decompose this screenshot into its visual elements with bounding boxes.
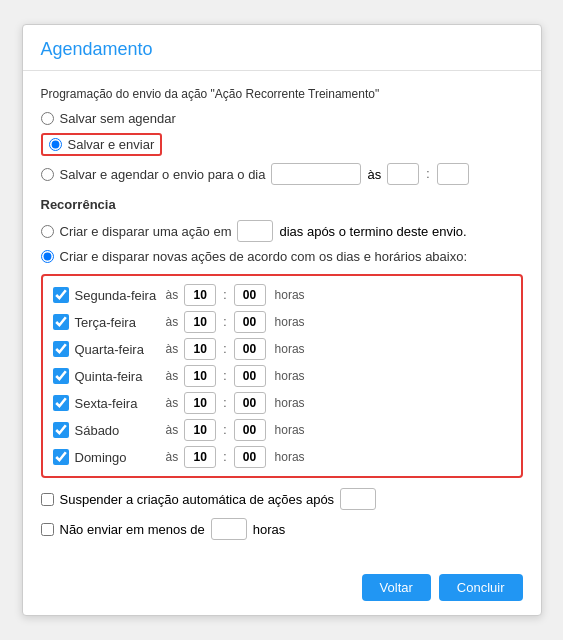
colon-qua: : — [223, 342, 226, 356]
back-button[interactable]: Voltar — [362, 574, 431, 601]
confirm-button[interactable]: Concluir — [439, 574, 523, 601]
colon-dom: : — [223, 450, 226, 464]
days-after-label: dias após o termino deste envio. — [279, 224, 466, 239]
day-at-seg: às — [166, 288, 179, 302]
radio-group: Salvar sem agendar Salvar e enviar Salva… — [41, 111, 523, 185]
radio-option3[interactable] — [41, 168, 54, 181]
recurrence-option1-row: Criar e disparar uma ação em dias após o… — [41, 220, 523, 242]
horas-label-dom: horas — [275, 450, 305, 464]
section-description: Programação do envio da ação "Ação Recor… — [41, 87, 523, 101]
radio-option1[interactable] — [41, 112, 54, 125]
no-send-input[interactable] — [211, 518, 247, 540]
day-at-dom: às — [166, 450, 179, 464]
day-row-ter: Terça-feiraàs:horas — [53, 311, 511, 333]
modal-body: Programação do envio da ação "Ação Recor… — [23, 71, 541, 564]
day-label-ter: Terça-feira — [75, 315, 160, 330]
days-input[interactable] — [237, 220, 273, 242]
recurrence-radio1[interactable] — [41, 225, 54, 238]
days-box: Segunda-feiraàs:horasTerça-feiraàs:horas… — [41, 274, 523, 478]
day-checkbox-ter[interactable] — [53, 314, 69, 330]
horas-label-sab: horas — [275, 423, 305, 437]
horas-label-ter: horas — [275, 315, 305, 329]
day-label-sab: Sábado — [75, 423, 160, 438]
suspend-checkbox[interactable] — [41, 493, 54, 506]
recurrence-option2-row: Criar e disparar novas ações de acordo c… — [41, 249, 523, 264]
day-row-seg: Segunda-feiraàs:horas — [53, 284, 511, 306]
colon-qui: : — [223, 369, 226, 383]
recurrence-label1[interactable]: Criar e disparar uma ação em — [60, 224, 232, 239]
colon-seg: : — [223, 288, 226, 302]
modal-title: Agendamento — [41, 39, 523, 60]
day-checkbox-seg[interactable] — [53, 287, 69, 303]
radio-item-3: Salvar e agendar o envio para o dia às : — [41, 163, 523, 185]
at-label: às — [367, 167, 381, 182]
colon-sex: : — [223, 396, 226, 410]
modal-footer: Voltar Concluir — [23, 564, 541, 615]
recurrence-radio2[interactable] — [41, 250, 54, 263]
no-send-label: Não enviar em menos de — [60, 522, 205, 537]
no-send-checkbox[interactable] — [41, 523, 54, 536]
time-hour-input[interactable] — [387, 163, 419, 185]
radio-highlighted-box: Salvar e enviar — [41, 133, 163, 156]
day-checkbox-qui[interactable] — [53, 368, 69, 384]
bottom-options: Suspender a criação automática de ações … — [41, 488, 523, 540]
day-hour-sab[interactable] — [184, 419, 216, 441]
day-hour-sex[interactable] — [184, 392, 216, 414]
time-min-input[interactable] — [437, 163, 469, 185]
day-min-dom[interactable] — [234, 446, 266, 468]
day-checkbox-sab[interactable] — [53, 422, 69, 438]
day-label-qua: Quarta-feira — [75, 342, 160, 357]
day-at-sab: às — [166, 423, 179, 437]
day-hour-qui[interactable] — [184, 365, 216, 387]
horas-label-sex: horas — [275, 396, 305, 410]
day-row-qui: Quinta-feiraàs:horas — [53, 365, 511, 387]
day-min-ter[interactable] — [234, 311, 266, 333]
radio-label-3[interactable]: Salvar e agendar o envio para o dia — [60, 167, 266, 182]
day-min-sex[interactable] — [234, 392, 266, 414]
day-label-qui: Quinta-feira — [75, 369, 160, 384]
day-checkbox-dom[interactable] — [53, 449, 69, 465]
no-send-row: Não enviar em menos de horas — [41, 518, 523, 540]
colon-ter: : — [223, 315, 226, 329]
recurrence-label2[interactable]: Criar e disparar novas ações de acordo c… — [60, 249, 468, 264]
radio-label-1[interactable]: Salvar sem agendar — [60, 111, 176, 126]
suspend-label: Suspender a criação automática de ações … — [60, 492, 335, 507]
radio-item-2: Salvar e enviar — [41, 133, 523, 156]
day-min-qui[interactable] — [234, 365, 266, 387]
colon-sab: : — [223, 423, 226, 437]
day-at-ter: às — [166, 315, 179, 329]
day-at-qui: às — [166, 369, 179, 383]
suspend-row: Suspender a criação automática de ações … — [41, 488, 523, 510]
radio-label-2[interactable]: Salvar e enviar — [68, 137, 155, 152]
horas-label-qui: horas — [275, 369, 305, 383]
day-at-sex: às — [166, 396, 179, 410]
day-checkbox-sex[interactable] — [53, 395, 69, 411]
day-min-sab[interactable] — [234, 419, 266, 441]
day-hour-dom[interactable] — [184, 446, 216, 468]
day-label-seg: Segunda-feira — [75, 288, 160, 303]
horas-label-seg: horas — [275, 288, 305, 302]
day-hour-seg[interactable] — [184, 284, 216, 306]
recurrence-title: Recorrência — [41, 197, 523, 212]
day-label-sex: Sexta-feira — [75, 396, 160, 411]
radio-option2[interactable] — [49, 138, 62, 151]
modal-header: Agendamento — [23, 25, 541, 71]
day-row-dom: Domingoàs:horas — [53, 446, 511, 468]
day-row-qua: Quarta-feiraàs:horas — [53, 338, 511, 360]
date-input[interactable] — [271, 163, 361, 185]
day-checkbox-qua[interactable] — [53, 341, 69, 357]
day-row-sab: Sábadoàs:horas — [53, 419, 511, 441]
radio-item-1: Salvar sem agendar — [41, 111, 523, 126]
day-at-qua: às — [166, 342, 179, 356]
day-row-sex: Sexta-feiraàs:horas — [53, 392, 511, 414]
colon-separator: : — [426, 167, 429, 181]
modal-agendamento: Agendamento Programação do envio da ação… — [22, 24, 542, 616]
day-hour-ter[interactable] — [184, 311, 216, 333]
day-min-seg[interactable] — [234, 284, 266, 306]
day-label-dom: Domingo — [75, 450, 160, 465]
day-hour-qua[interactable] — [184, 338, 216, 360]
horas-label-qua: horas — [275, 342, 305, 356]
no-send-hours: horas — [253, 522, 286, 537]
suspend-input[interactable] — [340, 488, 376, 510]
day-min-qua[interactable] — [234, 338, 266, 360]
